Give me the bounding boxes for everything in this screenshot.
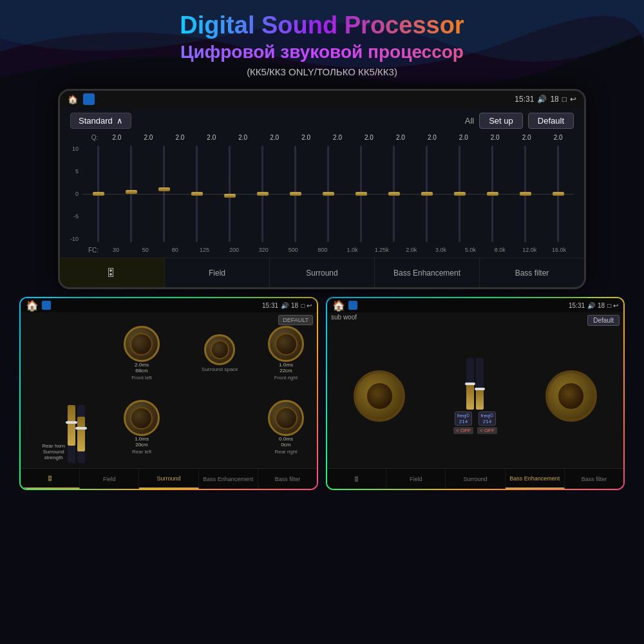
right-panel-screen: 🏠 15:31 🔊 18 □ ↩ sub woof Default <box>327 298 623 489</box>
default-button[interactable]: Default <box>528 113 574 129</box>
surround-knob-inner <box>211 340 229 359</box>
time-display: 15:31 <box>515 95 534 104</box>
subtitle: (КК5/КК3 ONLY/ТОЛЬКО КК5/КК3) <box>0 66 644 77</box>
setup-button[interactable]: Set up <box>479 113 523 129</box>
fader-pair-right <box>466 358 484 410</box>
right-tab-eq[interactable]: 🎛 <box>327 469 386 489</box>
fc-320: 320 <box>249 247 278 254</box>
eq-slider-12[interactable] <box>444 146 475 242</box>
q-val-10: 2.0 <box>384 134 416 141</box>
front-left-knob[interactable] <box>124 326 160 362</box>
rear-right-knob-inner <box>275 407 298 430</box>
back-icon: ↩ <box>570 95 576 104</box>
y-n10: -10 <box>70 236 79 242</box>
eq-slider-track-bg-8 <box>327 146 329 242</box>
rear-right-knob[interactable] <box>268 400 304 436</box>
fader-2[interactable] <box>77 405 85 463</box>
front-left-label: Front left <box>131 375 152 381</box>
rear-right-value: 0.0ms0cm <box>279 436 293 448</box>
left-panel-tabs: 🎛 Field Surround Bass Enhancement Bass f… <box>21 468 317 489</box>
q-label: Q: <box>88 134 101 141</box>
q-val-5: 2.0 <box>227 134 259 141</box>
fc-label: FC: <box>88 247 101 254</box>
eq-slider-14[interactable] <box>509 146 541 242</box>
tab-bass-filter[interactable]: Bass filter <box>480 258 584 287</box>
tab-surround[interactable]: Surround <box>270 258 375 287</box>
eq-slider-thumb-8 <box>323 192 334 196</box>
y-5: 5 <box>70 168 79 175</box>
right-default-btn[interactable]: Default <box>587 314 620 325</box>
fader-1[interactable] <box>68 405 75 463</box>
center-faders: freq©214 < OFF freq©214 < OFF <box>453 358 497 434</box>
r-fader-1[interactable] <box>466 358 474 410</box>
q-val-14: 2.0 <box>511 134 542 141</box>
front-right-knob-inner <box>275 333 298 355</box>
chevron-down-icon: ∧ <box>117 116 123 126</box>
left-panel: 🏠 15:31 🔊 18 □ ↩ DEFAULT <box>19 297 318 490</box>
eq-slider-2[interactable] <box>115 146 147 242</box>
left-tab-surround[interactable]: Surround <box>139 469 198 489</box>
eq-slider-5[interactable] <box>214 146 245 242</box>
q-val-2: 2.0 <box>133 134 164 141</box>
eq-slider-track-bg-5 <box>229 146 231 242</box>
front-right-knob[interactable] <box>268 326 304 362</box>
left-vol-icon: 🔊 <box>281 302 289 309</box>
right-vol: 18 <box>598 302 605 309</box>
surround-knob[interactable] <box>204 334 235 365</box>
eq-slider-thumb-10 <box>388 192 400 196</box>
eq-slider-thumb-4 <box>191 192 203 196</box>
fc-80: 80 <box>160 247 190 254</box>
right-time: 15:31 <box>569 302 585 309</box>
eq-slider-6[interactable] <box>247 146 278 242</box>
right-tab-bass[interactable]: Bass Enhancement <box>506 469 565 489</box>
eq-slider-thumb-15 <box>553 192 564 196</box>
right-tab-filter[interactable]: Bass filter <box>565 469 623 489</box>
eq-slider-10[interactable] <box>378 146 410 242</box>
tab-field[interactable]: Field <box>165 258 270 287</box>
left-tab-filter[interactable]: Bass filter <box>258 469 317 489</box>
right-status-left: 🏠 <box>332 299 357 312</box>
eq-slider-3[interactable] <box>148 146 180 242</box>
right-tab-surround[interactable]: Surround <box>446 469 505 489</box>
rear-left-label: Rear left <box>132 449 151 455</box>
q-val-12: 2.0 <box>448 134 479 141</box>
fc-500: 500 <box>278 247 308 254</box>
right-status-right: 15:31 🔊 18 □ ↩ <box>569 302 618 309</box>
rear-left-knob-inner <box>130 407 153 430</box>
rear-left-value: 1.0ms20cm <box>135 436 149 448</box>
front-left-knob-inner <box>130 333 153 355</box>
eq-slider-4[interactable] <box>181 146 213 242</box>
eq-slider-track-bg-14 <box>524 146 526 242</box>
surround-space-cell: Surround space <box>182 317 258 389</box>
status-right: 15:31 🔊 18 □ ↩ <box>515 95 576 104</box>
rear-left-knob[interactable] <box>124 400 160 436</box>
tab-eq[interactable]: 🎛 <box>60 258 165 287</box>
fc-row: FC: 30 50 80 125 200 320 500 800 1.0k 1.… <box>70 247 574 254</box>
left-default-tag[interactable]: DEFAULT <box>278 315 313 325</box>
front-left-value: 2.0ms68cm <box>135 362 149 374</box>
tab-bass-enhancement[interactable]: Bass Enhancement <box>375 258 480 287</box>
off-badge-1[interactable]: < OFF <box>453 427 473 434</box>
r-fader-2[interactable] <box>476 358 484 410</box>
left-tab-bass[interactable]: Bass Enhancement <box>199 469 258 489</box>
eq-slider-15[interactable] <box>542 146 574 242</box>
tab-field-label: Field <box>209 269 225 278</box>
left-tab-eq[interactable]: 🎛 <box>21 469 80 489</box>
off-badge-2[interactable]: < OFF <box>477 427 497 434</box>
status-dot <box>83 93 95 105</box>
left-tab-field[interactable]: Field <box>80 469 139 489</box>
right-home-icon: 🏠 <box>332 299 345 312</box>
right-tab-field[interactable]: Field <box>386 469 446 489</box>
eq-slider-8[interactable] <box>312 146 344 242</box>
preset-button[interactable]: Standard ∧ <box>70 113 131 129</box>
q-val-4: 2.0 <box>196 134 227 141</box>
eq-slider-7[interactable] <box>279 146 311 242</box>
eq-slider-11[interactable] <box>411 146 442 242</box>
left-panel-status: 🏠 15:31 🔊 18 □ ↩ <box>21 298 317 312</box>
eq-slider-1[interactable] <box>82 146 114 242</box>
eq-slider-9[interactable] <box>345 146 377 242</box>
freq-chips: freq©214 < OFF freq©214 < OFF <box>453 412 497 434</box>
eq-slider-13[interactable] <box>477 146 508 242</box>
left-battery: □ ↩ <box>301 302 312 309</box>
header: Digital Sound Processor Цифровой звуково… <box>0 0 644 77</box>
